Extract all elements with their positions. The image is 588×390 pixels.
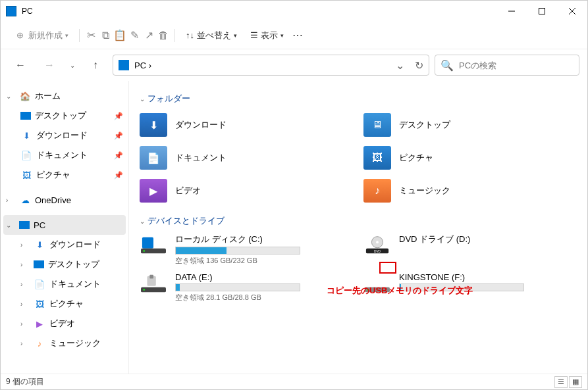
chevron-right-icon[interactable]: ›: [20, 340, 30, 347]
section-label: デバイスとドライブ: [147, 215, 225, 227]
chevron-right-icon[interactable]: ›: [6, 197, 15, 204]
sidebar-item-label: ピクチャ: [36, 169, 110, 181]
chevron-down-icon[interactable]: ⌄: [6, 93, 15, 100]
search-icon: 🔍: [441, 59, 454, 72]
sidebar-item-pictures[interactable]: 🖼 ピクチャ 📌: [1, 165, 128, 185]
folder-music[interactable]: ♪ ミュージック: [363, 177, 577, 205]
sidebar-item-desktop[interactable]: デスクトップ 📌: [1, 106, 128, 126]
sidebar-item-downloads[interactable]: ⬇ ダウンロード 📌: [1, 126, 128, 145]
up-button[interactable]: ↑: [84, 53, 107, 77]
sidebar-item-pc-music[interactable]: › ♪ ミュージック: [1, 333, 128, 353]
drive-e[interactable]: DATA (E:) 空き領域 28.1 GB/28.8 GB: [140, 272, 353, 303]
maximize-button[interactable]: [527, 1, 557, 22]
folder-downloads[interactable]: ⬇ ダウンロード: [140, 111, 353, 139]
sort-icon: ↑↓: [186, 30, 194, 40]
close-button[interactable]: [557, 1, 587, 22]
folder-pictures[interactable]: 🖼 ピクチャ: [363, 144, 577, 172]
sidebar-item-label: PC: [34, 220, 123, 230]
folder-videos[interactable]: ▶ ビデオ: [140, 177, 353, 205]
folder-label: ドキュメント: [175, 152, 227, 164]
icons-view-button[interactable]: ▦: [569, 376, 582, 388]
sidebar-item-pc[interactable]: ⌄ PC: [3, 215, 126, 235]
share-icon[interactable]: ↗: [143, 30, 155, 41]
delete-icon[interactable]: 🗑: [157, 30, 169, 41]
svg-point-6: [143, 250, 145, 252]
chevron-down-icon[interactable]: ⌄: [396, 59, 404, 72]
desktop-icon: [20, 112, 31, 120]
svg-rect-4: [142, 237, 153, 249]
video-folder-icon: ▶: [140, 179, 167, 203]
home-icon: 🏠: [19, 90, 31, 102]
download-icon: ⬇: [34, 239, 45, 251]
sidebar-item-label: ピクチャ: [49, 298, 123, 310]
search-input[interactable]: [459, 61, 574, 70]
pin-icon: 📌: [114, 112, 123, 120]
drive-usage-bar: [175, 283, 300, 291]
folder-label: ダウンロード: [175, 119, 227, 131]
picture-icon: 🖼: [20, 169, 32, 181]
section-folders-header[interactable]: ⌄ フォルダー: [140, 93, 577, 105]
address-bar[interactable]: PC › ⌄ ↻: [113, 55, 429, 76]
sidebar-item-home[interactable]: ⌄ 🏠 ホーム: [1, 86, 128, 106]
video-icon: ▶: [34, 318, 45, 329]
folder-documents[interactable]: 📄 ドキュメント: [140, 144, 353, 172]
sidebar: ⌄ 🏠 ホーム デスクトップ 📌 ⬇ ダウンロード 📌 📄 ドキュメント 📌 🖼…: [1, 81, 129, 374]
search-box[interactable]: 🔍: [435, 55, 579, 76]
document-folder-icon: 📄: [140, 146, 167, 170]
sidebar-item-label: ビデオ: [49, 318, 123, 329]
sidebar-item-pc-videos[interactable]: › ▶ ビデオ: [1, 314, 128, 333]
drive-d[interactable]: DVD DVD ドライブ (D:): [363, 233, 577, 266]
drive-usage-bar: [175, 247, 300, 255]
paste-icon[interactable]: 📋: [114, 30, 126, 41]
separator: [174, 29, 175, 42]
dvd-icon: DVD: [363, 233, 391, 257]
svg-rect-12: [149, 275, 153, 279]
sidebar-item-pc-downloads[interactable]: › ⬇ ダウンロード: [1, 235, 128, 255]
titlebar: PC: [1, 1, 587, 22]
chevron-right-icon[interactable]: ›: [20, 320, 30, 328]
forward-button[interactable]: →: [38, 53, 61, 77]
more-icon[interactable]: ⋯: [292, 30, 304, 41]
chevron-right-icon[interactable]: ›: [20, 281, 30, 288]
folder-desktop[interactable]: 🖥 デスクトップ: [363, 111, 577, 139]
drive-free-text: 空き領域 136 GB/232 GB: [175, 256, 353, 266]
recent-button[interactable]: ⌄: [67, 53, 78, 77]
section-drives-header[interactable]: ⌄ デバイスとドライブ: [140, 215, 577, 227]
rename-icon[interactable]: ✎: [128, 30, 140, 41]
breadcrumb[interactable]: PC ›: [134, 61, 390, 70]
drive-name: ローカル ディスク (C:): [175, 233, 353, 245]
chevron-down-icon[interactable]: ⌄: [6, 222, 15, 229]
picture-icon: 🖼: [34, 298, 45, 310]
chevron-right-icon[interactable]: ›: [20, 241, 30, 249]
onedrive-icon: ☁: [19, 194, 31, 206]
refresh-icon[interactable]: ↻: [415, 59, 423, 72]
svg-point-14: [143, 289, 145, 291]
copy-icon[interactable]: ⧉: [99, 30, 111, 41]
sidebar-item-documents[interactable]: 📄 ドキュメント 📌: [1, 145, 128, 165]
drive-c[interactable]: ローカル ディスク (C:) 空き領域 136 GB/232 GB: [140, 233, 353, 266]
chevron-right-icon[interactable]: ›: [20, 301, 30, 308]
sidebar-item-pc-documents[interactable]: › 📄 ドキュメント: [1, 274, 128, 294]
minimize-button[interactable]: [496, 1, 527, 22]
sidebar-item-label: ドキュメント: [49, 278, 123, 290]
sidebar-item-label: デスクトップ: [35, 110, 110, 122]
details-view-button[interactable]: ☰: [554, 376, 568, 388]
music-folder-icon: ♪: [363, 179, 391, 203]
svg-rect-1: [539, 9, 545, 14]
download-folder-icon: ⬇: [140, 113, 167, 137]
document-icon: 📄: [20, 149, 32, 161]
view-icon: ☰: [250, 30, 258, 40]
sidebar-item-onedrive[interactable]: › ☁ OneDrive: [1, 190, 128, 210]
back-button[interactable]: ←: [9, 53, 32, 77]
desktop-icon: [34, 260, 44, 268]
sidebar-item-pc-desktop[interactable]: › デスクトップ: [1, 255, 128, 274]
new-button[interactable]: ⊕ 新規作成 ▾: [9, 27, 74, 44]
sidebar-item-pc-pictures[interactable]: › 🖼 ピクチャ: [1, 294, 128, 314]
svg-text:DVD: DVD: [374, 250, 381, 253]
pin-icon: 📌: [114, 132, 123, 140]
cut-icon[interactable]: ✂: [85, 30, 97, 41]
sort-button[interactable]: ↑↓ 並べ替え ▾: [180, 27, 242, 44]
view-button[interactable]: ☰ 表示 ▾: [245, 27, 289, 44]
chevron-right-icon[interactable]: ›: [20, 261, 30, 268]
chevron-down-icon: ▾: [281, 32, 284, 39]
